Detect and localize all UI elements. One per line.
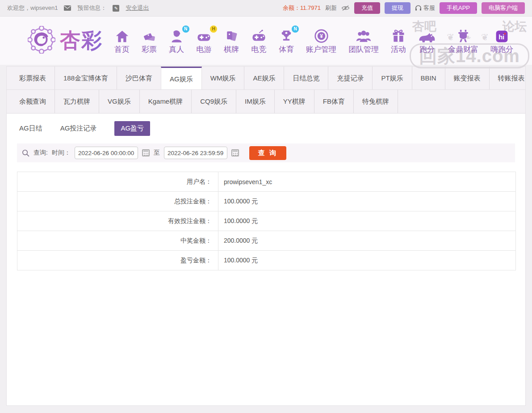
nav-item-home[interactable]: 首页 bbox=[114, 27, 130, 55]
tab-充提记录[interactable]: 充提记录 bbox=[328, 67, 373, 89]
golden-tripod-icon bbox=[456, 27, 470, 43]
account-coin-icon: ¥ bbox=[314, 27, 329, 43]
esports-icon bbox=[251, 27, 267, 43]
nav-item-live-person[interactable]: N真人 bbox=[169, 27, 184, 55]
refresh-link[interactable]: 刷新 bbox=[325, 4, 337, 12]
row-value: 100.0000 元 bbox=[218, 211, 516, 231]
time-label: 时间： bbox=[52, 149, 71, 157]
tickets-icon bbox=[142, 27, 157, 43]
row-label: 中奖金额： bbox=[17, 231, 218, 251]
nav-item-label: 金鼎财富 bbox=[448, 44, 478, 55]
tab-特兔棋牌[interactable]: 特兔棋牌 bbox=[354, 90, 398, 113]
tab-PT娱乐[interactable]: PT娱乐 bbox=[373, 67, 412, 89]
svg-text:hi: hi bbox=[498, 34, 504, 41]
tab-余额查询[interactable]: 余额查询 bbox=[11, 90, 55, 113]
tab-VG娱乐[interactable]: VG娱乐 bbox=[99, 90, 140, 113]
nav-item-trophy[interactable]: N体育 bbox=[279, 27, 294, 55]
to-label: 至 bbox=[154, 149, 160, 157]
rhino-icon bbox=[418, 27, 436, 43]
tab-FB体育[interactable]: FB体育 bbox=[314, 90, 354, 113]
site-logo[interactable]: 杏彩 bbox=[28, 26, 103, 55]
tab-转账报表[interactable]: 转账报表 bbox=[490, 67, 532, 89]
tab-Kgame棋牌[interactable]: Kgame棋牌 bbox=[140, 90, 192, 113]
nav-item-label: 活动 bbox=[391, 44, 406, 55]
tab-IM娱乐[interactable]: IM娱乐 bbox=[236, 90, 275, 113]
calendar-icon-end[interactable] bbox=[231, 149, 239, 156]
edit-pencil-icon[interactable]: ✎ bbox=[113, 5, 119, 12]
row-value: 100.0000 元 bbox=[218, 192, 516, 211]
ag-subtabs: AG日结AG投注记录AG盈亏 bbox=[7, 114, 525, 136]
tab-BBIN[interactable]: BBIN bbox=[412, 67, 445, 89]
message-envelope-icon[interactable] bbox=[64, 5, 71, 11]
recharge-button[interactable]: 充值 bbox=[354, 2, 380, 14]
reserved-info-label: 预留信息： bbox=[77, 4, 106, 12]
row-label: 有效投注金额： bbox=[17, 211, 218, 231]
subtab-AG投注记录[interactable]: AG投注记录 bbox=[60, 124, 97, 133]
nav-item-label: 跑分 bbox=[419, 44, 435, 55]
nav-item-label: 电游 bbox=[197, 44, 212, 55]
nav-item-label: 棋牌 bbox=[224, 44, 239, 55]
tab-沙巴体育[interactable]: 沙巴体育 bbox=[117, 67, 161, 89]
nav-item-tickets[interactable]: 彩票 bbox=[142, 27, 157, 55]
balance-value: 11.7971 bbox=[300, 4, 321, 11]
withdraw-button[interactable]: 提现 bbox=[385, 2, 411, 14]
mobile-app-button[interactable]: 手机APP bbox=[440, 2, 477, 14]
tab-AG娱乐[interactable]: AG娱乐 bbox=[161, 67, 202, 89]
subtab-AG盈亏[interactable]: AG盈亏 bbox=[114, 121, 150, 136]
nav-item-account-coin[interactable]: ¥账户管理 bbox=[306, 27, 336, 55]
tab-账变报表[interactable]: 账变报表 bbox=[445, 67, 490, 89]
nav-item-team[interactable]: 团队管理 bbox=[348, 27, 379, 55]
row-value: prowipseven1_xc bbox=[218, 172, 516, 192]
profit-report-table: 用户名：prowipseven1_xc总投注金额：100.0000 元有效投注金… bbox=[17, 172, 516, 270]
nav-item-label: 电竞 bbox=[251, 44, 267, 55]
nav-item-gift[interactable]: 活动 bbox=[391, 27, 406, 55]
tab-YY棋牌[interactable]: YY棋牌 bbox=[275, 90, 314, 113]
nav-item-cards[interactable]: 棋牌 bbox=[224, 27, 239, 55]
home-icon bbox=[115, 27, 130, 43]
welcome-text: 欢迎您，wipseven1 bbox=[7, 4, 58, 12]
tab-WM娱乐[interactable]: WM娱乐 bbox=[202, 67, 245, 89]
svg-text:¥: ¥ bbox=[320, 33, 323, 39]
nav-item-hi-app[interactable]: hi嗨跑分 bbox=[490, 27, 513, 55]
hi-app-icon: hi bbox=[495, 27, 509, 43]
tab-日结总览[interactable]: 日结总览 bbox=[284, 67, 328, 89]
nav-item-golden-tripod[interactable]: 金鼎财富 bbox=[448, 27, 478, 55]
topbar: 欢迎您，wipseven1 预留信息： ✎ 安全退出 余额：11.7971 刷新… bbox=[0, 0, 532, 17]
pc-client-button[interactable]: 电脑客户端 bbox=[482, 2, 525, 14]
nav-item-rhino[interactable]: 跑分 bbox=[418, 27, 436, 55]
tab-row-1: 彩票报表188金宝博体育沙巴体育AG娱乐WM娱乐AE娱乐日结总览充提记录PT娱乐… bbox=[7, 67, 525, 90]
end-time-input[interactable] bbox=[164, 147, 227, 159]
live-person-icon: N bbox=[169, 27, 184, 43]
nav-badge: N bbox=[292, 25, 299, 33]
subtab-AG日结[interactable]: AG日结 bbox=[19, 124, 42, 133]
nav-item-label: 嗨跑分 bbox=[490, 44, 513, 55]
row-label: 盈亏金额： bbox=[17, 251, 218, 270]
tab-188金宝博体育[interactable]: 188金宝博体育 bbox=[55, 67, 117, 89]
tab-CQ9娱乐[interactable]: CQ9娱乐 bbox=[192, 90, 236, 113]
tab-AE娱乐[interactable]: AE娱乐 bbox=[244, 67, 284, 89]
gamepad-icon: H bbox=[196, 27, 212, 43]
nav-badge: H bbox=[210, 25, 217, 33]
eye-slash-icon[interactable] bbox=[341, 5, 350, 11]
start-time-input[interactable] bbox=[75, 147, 138, 159]
nav-item-gamepad[interactable]: H电游 bbox=[196, 27, 212, 55]
logout-link[interactable]: 安全退出 bbox=[126, 4, 149, 12]
tab-row-2: 余额查询瓦力棋牌VG娱乐Kgame棋牌CQ9娱乐IM娱乐YY棋牌FB体育特兔棋牌 bbox=[7, 90, 525, 113]
gift-icon bbox=[391, 27, 406, 43]
nav-item-label: 账户管理 bbox=[306, 44, 336, 55]
row-label: 总投注金额： bbox=[17, 192, 218, 211]
query-submit-button[interactable]: 查 询 bbox=[249, 146, 286, 160]
nav-item-label: 彩票 bbox=[142, 44, 157, 55]
nav-badge: N bbox=[182, 25, 189, 33]
customer-service-link[interactable]: 客服 bbox=[415, 4, 435, 12]
nav-item-label: 团队管理 bbox=[348, 44, 379, 55]
nav-item-esports[interactable]: 电竞 bbox=[251, 27, 267, 55]
tab-彩票报表[interactable]: 彩票报表 bbox=[11, 67, 55, 89]
balance-text: 余额：11.7971 bbox=[283, 4, 321, 12]
nav-item-label: 真人 bbox=[169, 44, 184, 55]
calendar-icon-start[interactable] bbox=[142, 149, 150, 156]
table-row: 用户名：prowipseven1_xc bbox=[17, 172, 516, 192]
tab-瓦力棋牌[interactable]: 瓦力棋牌 bbox=[55, 90, 99, 113]
query-label: 查询: bbox=[34, 149, 48, 157]
table-row: 中奖金额：200.0000 元 bbox=[17, 231, 516, 251]
